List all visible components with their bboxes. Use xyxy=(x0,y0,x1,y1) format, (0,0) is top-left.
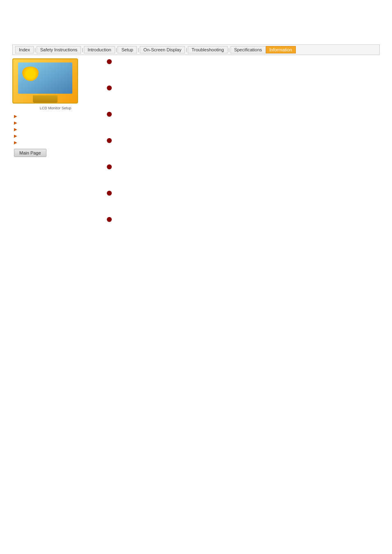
main-page-button[interactable]: Main Page xyxy=(14,149,46,157)
monitor-label: LCD Monitor Setup xyxy=(12,106,99,110)
nav-sep-5: | xyxy=(185,47,188,52)
bullet-section-7 xyxy=(107,216,392,222)
nav-sep-2: | xyxy=(81,47,84,52)
bullet-dot-7 xyxy=(107,217,112,222)
nav-sep-1: | xyxy=(34,47,37,52)
main-content xyxy=(99,57,392,242)
monitor-thumbnail xyxy=(12,58,78,104)
nav-information[interactable]: Information xyxy=(266,46,296,53)
nav-introduction[interactable]: Introduction xyxy=(84,46,115,53)
nav-sep-6: | xyxy=(228,47,231,52)
bullet-section-1 xyxy=(107,58,392,64)
sidebar: LCD Monitor Setup ▶ ▶ ▶ ▶ ▶ Main Page xyxy=(12,57,99,242)
bullet-section-6 xyxy=(107,190,392,196)
nav-setup[interactable]: Setup xyxy=(118,46,137,53)
bullet-section-3 xyxy=(107,111,392,117)
sidebar-nav-arrows: ▶ ▶ ▶ ▶ ▶ xyxy=(12,113,99,145)
sidebar-arrow-5[interactable]: ▶ xyxy=(14,140,99,145)
bullet-section-4 xyxy=(107,137,392,143)
sidebar-arrow-3[interactable]: ▶ xyxy=(14,127,99,132)
bullet-dot-6 xyxy=(107,191,112,196)
sidebar-arrow-4[interactable]: ▶ xyxy=(14,133,99,139)
nav-safety[interactable]: Safety Instructions xyxy=(37,46,81,53)
page-layout: LCD Monitor Setup ▶ ▶ ▶ ▶ ▶ Main Page xyxy=(12,57,392,242)
nav-index[interactable]: Index xyxy=(15,46,34,53)
nav-specifications[interactable]: Specifications xyxy=(231,46,266,53)
sidebar-arrow-2[interactable]: ▶ xyxy=(14,120,99,126)
monitor-base xyxy=(33,95,58,103)
nav-sep-4: | xyxy=(137,47,140,52)
monitor-screen xyxy=(18,62,72,94)
bullet-section-2 xyxy=(107,85,392,90)
nav-osd[interactable]: On-Screen Display xyxy=(140,46,185,53)
navigation-bar: Index | Safety Instructions | Introducti… xyxy=(12,44,380,55)
bullet-dot-5 xyxy=(107,164,112,169)
bullet-dot-4 xyxy=(107,138,112,143)
nav-sep-3: | xyxy=(115,47,118,52)
bullet-dot-3 xyxy=(107,112,112,117)
bullet-dot-2 xyxy=(107,85,112,90)
nav-troubleshooting[interactable]: Troubleshooting xyxy=(188,46,227,53)
bullet-section-5 xyxy=(107,164,392,169)
sidebar-arrow-1[interactable]: ▶ xyxy=(14,113,99,119)
bullet-dot-1 xyxy=(107,59,112,64)
